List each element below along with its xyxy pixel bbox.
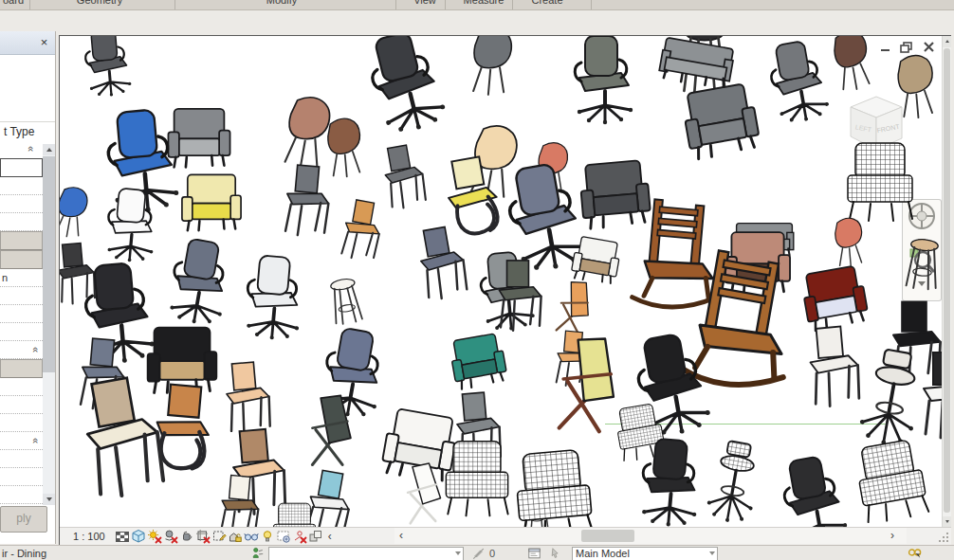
chair-family-side[interactable] xyxy=(323,192,398,267)
property-row-group[interactable]: « xyxy=(0,341,43,359)
scroll-right-icon[interactable]: › xyxy=(886,528,899,544)
design-options-icon[interactable] xyxy=(527,547,542,560)
horizontal-scrollbar-thumb[interactable] xyxy=(581,530,634,542)
horizontal-scrollbar[interactable]: ‹ › xyxy=(394,528,907,544)
collapse-chevron-icon[interactable]: « xyxy=(30,438,42,443)
ribbon-panel-label-modify: Modify xyxy=(266,0,297,9)
chair-family-wire[interactable] xyxy=(496,439,611,528)
show-rendering-dialog-icon[interactable] xyxy=(179,529,195,544)
property-row-plain xyxy=(0,177,43,195)
active-workset-dropdown[interactable] xyxy=(268,547,464,560)
property-rows: n«« xyxy=(0,158,43,522)
visual-style-icon[interactable] xyxy=(131,529,147,544)
ribbon-panel-separator xyxy=(395,0,396,9)
property-value-text: n xyxy=(2,272,8,283)
chair-family-office[interactable] xyxy=(756,443,864,528)
property-row-plain xyxy=(0,414,43,432)
property-row-plain xyxy=(0,305,43,323)
temporary-view-properties-icon[interactable] xyxy=(276,529,292,544)
ribbon-panel-label-geometry: Geometry xyxy=(77,0,122,9)
view-scale-button[interactable]: 1 : 100 xyxy=(60,531,115,542)
chevron-down-icon xyxy=(455,551,461,555)
palette-divider xyxy=(0,121,55,122)
reveal-hidden-elements-icon[interactable] xyxy=(260,529,276,544)
apply-button[interactable]: ply xyxy=(0,506,47,533)
ribbon-panel-separator xyxy=(445,0,446,9)
chevron-down-icon xyxy=(709,551,715,555)
crop-view-icon[interactable] xyxy=(195,529,211,544)
ribbon-panel-separator xyxy=(174,0,175,9)
detail-level-icon[interactable] xyxy=(115,529,131,544)
scroll-left-icon[interactable]: ‹ xyxy=(394,528,408,544)
editable-count: 0 xyxy=(489,548,495,559)
drawing-view-window: FRONTLEFT xyxy=(59,35,951,545)
edit-type-button[interactable]: t Type xyxy=(4,125,34,138)
shadows-icon[interactable] xyxy=(163,529,179,544)
selection-cursor-icon[interactable] xyxy=(548,547,563,560)
close-icon[interactable]: × xyxy=(37,36,51,50)
view-control-bar: 1 : 100 ‹ xyxy=(60,528,394,545)
chair-family-shell[interactable] xyxy=(877,47,943,124)
property-row-plain xyxy=(0,287,43,305)
property-row-plain xyxy=(0,378,43,396)
scroll-down-icon[interactable] xyxy=(43,494,55,505)
scroll-up-icon[interactable] xyxy=(43,144,55,155)
show-analytical-model-icon[interactable] xyxy=(292,529,308,544)
property-row-plain xyxy=(0,486,43,504)
ribbon-panel-label-measure: Measure xyxy=(464,0,505,9)
show-crop-region-icon[interactable] xyxy=(211,529,228,544)
property-row-plain xyxy=(0,396,43,414)
chair-family-side[interactable] xyxy=(60,362,193,510)
resize-grip[interactable] xyxy=(938,532,950,544)
chair-family-armchair[interactable] xyxy=(667,71,777,181)
ribbon-panel-label-strip: oardGeometryModifyViewMeasureCreate xyxy=(0,0,954,10)
active-design-option-value: Main Model xyxy=(576,548,630,559)
property-row-plain xyxy=(0,213,43,231)
ribbon-panel-separator xyxy=(512,0,513,9)
revit-application-window: oardGeometryModifyViewMeasureCreate × t … xyxy=(0,0,954,560)
ribbon-panel-label-view: View xyxy=(413,0,436,9)
ribbon-panel-label-oard: oard xyxy=(3,0,24,9)
palette-scrollbar-thumb[interactable] xyxy=(43,156,55,372)
collapse-chevron-icon[interactable]: « xyxy=(26,146,37,152)
property-row-plain xyxy=(0,450,43,468)
view-bottom-bar: 1 : 100 ‹ ‹ › xyxy=(60,527,951,545)
property-row-plain xyxy=(0,195,43,213)
property-row-button[interactable] xyxy=(0,250,43,269)
worksets-icon[interactable] xyxy=(250,547,266,560)
editable-only-icon[interactable] xyxy=(471,547,486,560)
chair-family-office[interactable] xyxy=(66,36,143,99)
property-row-button[interactable] xyxy=(0,231,43,250)
temporary-hide-isolate-icon[interactable] xyxy=(244,529,260,544)
property-row-input[interactable] xyxy=(0,158,43,177)
property-row-text: n xyxy=(0,269,43,287)
vertical-scrollbar-thumb[interactable] xyxy=(944,48,950,513)
sun-path-icon[interactable] xyxy=(147,529,163,544)
drawing-canvas[interactable]: FRONTLEFT xyxy=(60,36,943,528)
collapse-left-icon[interactable]: ‹ xyxy=(324,530,332,543)
unlocked-3d-view-icon[interactable] xyxy=(228,529,244,544)
status-selection-text: ir - Dining xyxy=(2,548,46,559)
chair-family-wire[interactable] xyxy=(264,498,325,528)
status-bar: ir - Dining 0 xyxy=(0,545,954,560)
chair-family-deck[interactable] xyxy=(384,458,460,528)
property-row-button[interactable] xyxy=(0,359,43,378)
property-row-group[interactable]: « xyxy=(0,432,43,450)
vertical-scrollbar[interactable] xyxy=(942,36,951,528)
properties-palette-header: × xyxy=(0,31,55,55)
chair-family-shell[interactable] xyxy=(450,36,533,101)
palette-scrollbar[interactable] xyxy=(43,144,55,505)
properties-palette: × t Type « n«« ply xyxy=(0,31,56,544)
chair-family-office[interactable] xyxy=(223,245,320,342)
property-row-plain xyxy=(0,468,43,486)
chair-family-stool[interactable] xyxy=(890,227,943,294)
chair-family-office[interactable] xyxy=(553,36,648,123)
collapse-chevron-icon[interactable]: « xyxy=(30,347,42,352)
active-design-option-dropdown[interactable]: Main Model xyxy=(572,547,718,560)
highlight-displacement-sets-icon[interactable] xyxy=(308,529,324,544)
property-row-plain xyxy=(0,323,43,341)
filter-glasses-icon[interactable] xyxy=(908,546,923,559)
ribbon-panel-label-create: Create xyxy=(531,0,562,9)
ribbon-panel-separator xyxy=(29,0,30,9)
scroll-up-icon[interactable] xyxy=(943,36,951,47)
